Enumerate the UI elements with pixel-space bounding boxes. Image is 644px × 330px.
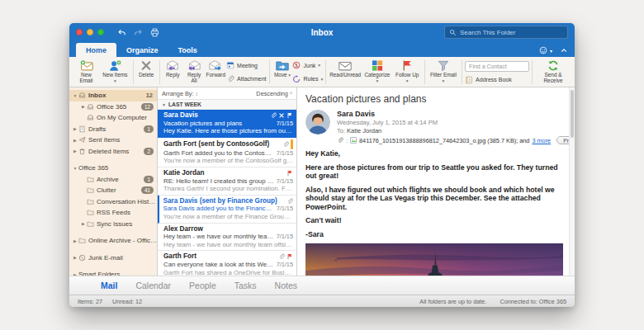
attachment-separator: : — [346, 137, 348, 144]
sidebar-item-online-archive-office-365[interactable]: ▶Online Archive - Office 365 — [69, 235, 157, 247]
list-section-header[interactable]: ▼ LAST WEEK — [158, 100, 296, 110]
seattle-skyline-photo[interactable] — [305, 243, 563, 276]
unread-badge: 1 — [144, 125, 154, 133]
nav-notes[interactable]: Notes — [275, 280, 297, 290]
sidebar-item-sync-issues[interactable]: ▶Sync Issues — [69, 219, 157, 230]
close-window-button[interactable] — [76, 29, 83, 35]
sort-direction-control[interactable]: Descending ^ — [256, 90, 292, 97]
sidebar-item-label: Drafts — [88, 125, 142, 133]
section-label: LAST WEEK — [168, 101, 201, 107]
ribbon-group-separator — [159, 60, 160, 84]
message-sender: Garth Fort (sent by ContosoGolf) — [163, 140, 280, 148]
disclosure-down-icon[interactable]: ▼ — [72, 166, 78, 171]
sidebar-item-sent-items[interactable]: ▶Sent Items — [69, 134, 157, 146]
nav-mail[interactable]: Mail — [101, 280, 117, 290]
ribbon-button-label: Junk — [303, 63, 315, 68]
body-paragraph: Hey Katie, — [305, 149, 563, 158]
disclosure-right-icon[interactable]: ▶ — [72, 148, 78, 153]
sender-name[interactable]: Sara Davis — [337, 110, 575, 118]
ribbon-read-unread-button[interactable]: Read/Unread — [329, 59, 362, 79]
ribbon-reply-all-button[interactable]: Reply All — [183, 59, 206, 85]
ribbon-categorize-button[interactable]: Categorize ▾ — [362, 59, 392, 85]
sidebar-item-archive[interactable]: Archive1 — [69, 174, 157, 186]
nav-tasks[interactable]: Tasks — [234, 280, 257, 290]
feedback-smiley-icon[interactable] — [539, 46, 547, 54]
reply-icon — [165, 59, 180, 72]
sidebar-item-office-365[interactable]: ▶Office 36512 — [69, 101, 157, 113]
tab-organize[interactable]: Organize — [116, 43, 168, 57]
disclosure-right-icon[interactable]: ▶ — [80, 104, 87, 109]
sidebar-item-on-my-computer[interactable]: On My Computer — [69, 112, 157, 124]
tab-tools[interactable]: Tools — [168, 43, 207, 57]
rules-icon — [292, 75, 301, 83]
title-bar[interactable]: Inbox Search This Folder — [69, 23, 575, 41]
sidebar-item-inbox[interactable]: ▼Inbox12 — [69, 90, 157, 101]
disclosure-right-icon[interactable]: ▶ — [72, 255, 78, 260]
arrange-by-control[interactable]: Arrange By: ↕ — [162, 90, 198, 97]
attachment-filename[interactable]: 841176_10151913888896812_74642303_o.jpg … — [359, 137, 529, 144]
tab-home[interactable]: Home — [76, 43, 116, 57]
meeting-icon — [226, 61, 234, 69]
reading-pane-scrollbar[interactable] — [569, 87, 575, 276]
search-input[interactable]: Search This Folder — [444, 26, 568, 39]
sidebar-item-clutter[interactable]: Clutter41 — [69, 185, 157, 196]
disclosure-right-icon[interactable]: ▶ — [72, 272, 78, 276]
sidebar-item-conversation-history[interactable]: Conversation History — [69, 196, 157, 208]
ribbon-reply-button[interactable]: Reply — [163, 59, 183, 79]
sender-avatar[interactable] — [305, 110, 330, 134]
sidebar-item-smart-folders[interactable]: ▶Smart Folders — [69, 269, 157, 276]
folder-icon — [87, 198, 94, 205]
nav-calendar[interactable]: Calendar — [135, 280, 171, 290]
message-row[interactable]: Alex DarrowHey team - we have our monthl… — [158, 224, 296, 252]
ribbon-move-button[interactable]: Move ▾ — [272, 59, 292, 79]
ribbon-new-items-button[interactable]: New Items ▾ — [100, 59, 130, 85]
message-row[interactable]: Garth Fort (sent by ContosoGolf)Garth Fo… — [158, 138, 296, 167]
print-icon[interactable] — [150, 28, 159, 37]
ribbon-attachment-button[interactable]: Attachment — [226, 75, 266, 83]
ribbon-delete-button[interactable]: Delete — [136, 59, 157, 79]
message-row[interactable]: Katie JordanRE: Hello team! I created th… — [158, 167, 296, 196]
zoom-window-button[interactable] — [97, 29, 104, 35]
sidebar-item-office-365[interactable]: ▼Office 365 — [69, 163, 157, 174]
ribbon-button-label: Filter Email ▾ — [429, 73, 457, 84]
message-date: 7/1/15 — [277, 149, 293, 158]
ribbon-meeting-button[interactable]: Meeting — [226, 61, 266, 69]
ribbon-new-email-button[interactable]: New Email — [73, 59, 100, 85]
message-sender: Sara Davis (sent by Finance Group) — [163, 197, 285, 205]
more-attachments-link[interactable]: 3 more — [532, 137, 551, 144]
disclosure-down-icon[interactable]: ▼ — [72, 93, 78, 98]
message-preview: Thanks Garth! I second your nomination. … — [163, 185, 293, 193]
ribbon-junk-button[interactable]: Junk▾ — [292, 61, 323, 69]
disclosure-right-icon[interactable]: ▶ — [80, 221, 87, 226]
scrollbar-thumb[interactable] — [571, 90, 574, 138]
folder-icon — [87, 220, 94, 228]
disclosure-right-icon[interactable]: ▶ — [72, 238, 78, 243]
sidebar-item-label: Archive — [97, 176, 142, 183]
sidebar-item-junk-e-mail[interactable]: ▶Junk E-mail — [69, 252, 157, 264]
ribbon-send-receive-button[interactable]: Send & Receive — [535, 59, 571, 85]
address-book-icon — [465, 76, 473, 84]
message-date: 7/1/15 — [277, 261, 293, 269]
collapse-ribbon-icon[interactable] — [560, 46, 568, 54]
sidebar-item-deleted-items[interactable]: ▶Deleted Items2 — [69, 146, 157, 158]
minimize-window-button[interactable] — [87, 29, 93, 35]
undo-icon[interactable] — [117, 28, 126, 37]
sidebar-item-drafts[interactable]: ▶Drafts1 — [69, 124, 157, 135]
ribbon-group-separator — [462, 60, 462, 84]
sidebar-item-rss-feeds[interactable]: RSS Feeds — [69, 207, 157, 219]
ribbon-forward-button[interactable]: Forward — [206, 59, 227, 79]
ribbon-filter-email-button[interactable]: Filter Email ▾ — [428, 59, 459, 85]
nav-people[interactable]: People — [189, 280, 216, 290]
ribbon-rules-button[interactable]: Rules▾ — [292, 75, 323, 83]
message-row[interactable]: Garth FortCan everyone take a look at th… — [158, 251, 296, 276]
sidebar-item-label: Inbox — [88, 92, 144, 99]
disclosure-right-icon[interactable]: ▶ — [72, 138, 78, 143]
message-row[interactable]: Sara DavisVacation pictures and plans7/1… — [158, 110, 296, 138]
disclosure-right-icon[interactable]: ▶ — [72, 126, 78, 131]
message-row[interactable]: Sara Davis (sent by Finance Group)Sara D… — [158, 196, 296, 224]
ribbon-follow-up-button[interactable]: Follow Up ▾ — [393, 59, 422, 85]
ribbon-address-book-button[interactable]: Address Book — [465, 76, 529, 84]
recipient-name[interactable]: Katie Jordan — [347, 127, 381, 134]
find-contact-input[interactable]: Find a Contact — [465, 61, 529, 72]
redo-icon[interactable] — [134, 28, 143, 37]
